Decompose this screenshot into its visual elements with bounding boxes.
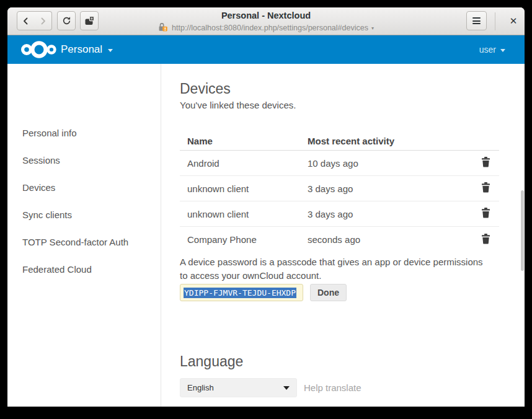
table-header-row: Name Most recent activity [180,132,499,151]
done-button-label: Done [317,288,339,298]
done-button[interactable]: Done [310,284,347,301]
sidebar-item-sync-clients[interactable]: Sync clients [22,210,72,220]
language-selected-value: English [187,383,214,392]
trash-icon [481,157,490,169]
table-row: Android 10 days ago [180,151,499,176]
url-text: http://localhost:8080/index.php/settings… [172,24,368,32]
delete-device-button[interactable] [472,157,499,169]
devices-section-title: Devices [180,81,231,97]
trash-icon [481,208,490,220]
chevron-down-icon [500,49,505,52]
user-menu-label: user [479,45,496,55]
device-name: unknown client [180,183,308,194]
device-activity: 3 days ago [308,183,472,194]
browser-window: Personal - Nextcloud http://localhost:80… [7,7,525,407]
url-dropdown-icon[interactable]: ▾ [371,25,374,31]
device-activity: 3 days ago [308,209,472,219]
sidebar-item-personal-info[interactable]: Personal info [22,128,77,138]
vertical-scrollbar[interactable] [521,190,524,271]
sidebar-item-sessions[interactable]: Sessions [22,155,60,165]
insecure-lock-icon [158,22,169,33]
delete-device-button[interactable] [472,182,499,195]
close-button[interactable]: ✕ [505,12,521,30]
device-name: Android [180,158,308,169]
devices-table: Name Most recent activity Android 10 day… [180,132,499,252]
table-row: unknown client 3 days ago [180,176,499,201]
sidebar-item-devices[interactable]: Devices [22,182,55,193]
menu-button[interactable] [466,11,487,30]
nextcloud-logo-icon[interactable] [21,40,57,61]
titlebar[interactable]: Personal - Nextcloud http://localhost:80… [7,7,525,35]
user-menu[interactable]: user [479,35,505,64]
device-activity: seconds ago [308,234,472,245]
device-password-input[interactable]: YDIPP-FJMVR-TEJDU-EHXDP [180,284,303,301]
table-row: unknown client 3 days ago [180,201,499,227]
app-menu-label: Personal [61,43,102,56]
main-panel: Devices You've linked these devices. Nam… [162,64,525,407]
trash-icon [481,234,490,246]
chevron-down-icon [283,386,290,390]
device-password-hint: A device password is a passcode that giv… [180,255,493,283]
delete-device-button[interactable] [472,234,499,246]
devices-subtitle: You've linked these devices. [180,100,296,110]
device-name: unknown client [180,209,308,219]
settings-sidebar: Personal info Sessions Devices Sync clie… [7,64,161,407]
chevron-down-icon [108,49,113,52]
column-header-activity: Most recent activity [308,136,472,146]
delete-device-button[interactable] [472,208,499,220]
titlebar-separator [495,12,495,30]
column-header-name: Name [180,136,308,146]
sidebar-item-federated-cloud[interactable]: Federated Cloud [22,264,92,275]
device-activity: 10 days ago [308,158,472,169]
nextcloud-header: Personal user [7,35,525,64]
table-row: Company Phone seconds ago [180,227,499,252]
app-menu[interactable]: Personal [61,35,113,64]
device-password-value: YDIPP-FJMVR-TEJDU-EHXDP [184,288,296,298]
language-select[interactable]: English [180,378,297,397]
language-section-title: Language [180,353,243,370]
trash-icon [481,182,490,195]
window-title: Personal - Nextcloud [7,11,525,20]
url-bar[interactable]: http://localhost:8080/index.php/settings… [7,22,525,33]
help-translate-link[interactable]: Help translate [304,378,361,397]
device-name: Company Phone [180,234,308,245]
sidebar-item-totp[interactable]: TOTP Second-factor Auth [22,237,128,247]
settings-page: Personal info Sessions Devices Sync clie… [7,64,525,407]
hamburger-icon [472,17,481,24]
